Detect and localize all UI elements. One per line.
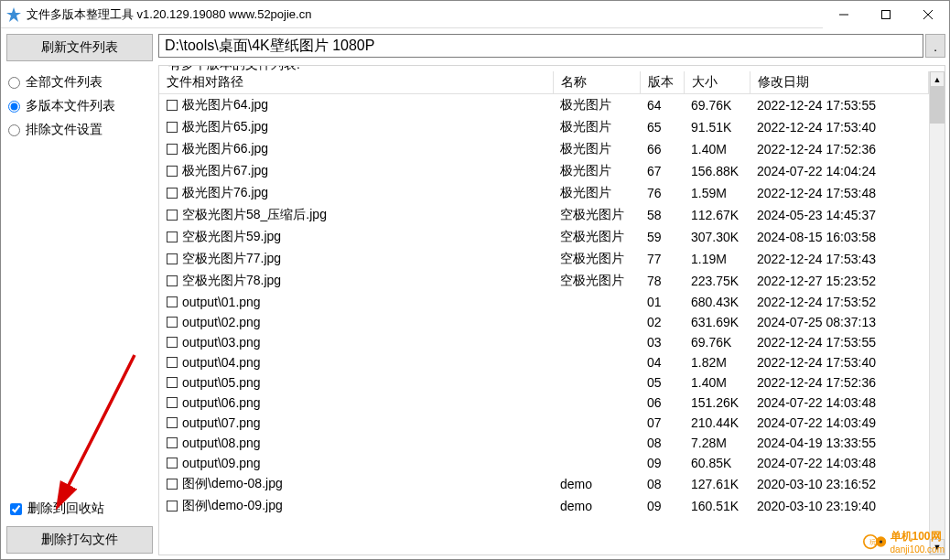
row-checkbox[interactable] [167, 296, 178, 307]
cell-size: 1.40M [684, 372, 750, 393]
cell-version: 08 [640, 433, 684, 453]
cell-path[interactable]: output\03.png [159, 332, 553, 352]
delete-checked-button[interactable]: 删除打勾文件 [6, 526, 153, 554]
browse-button[interactable]: . [925, 34, 945, 58]
table-row[interactable]: output\05.png051.40M2022-12-24 17:52:36 [159, 372, 929, 393]
cell-name [553, 312, 640, 332]
col-size[interactable]: 大小 [684, 71, 750, 94]
refresh-button[interactable]: 刷新文件列表 [6, 34, 153, 61]
table-row[interactable]: 极光图片67.jpg极光图片67156.88K2024-07-22 14:04:… [159, 160, 929, 182]
row-checkbox[interactable] [167, 122, 178, 133]
scroll-down-button[interactable]: ▼ [930, 539, 945, 555]
cell-name: 极光图片 [553, 94, 640, 117]
table-row[interactable]: output\01.png01680.43K2022-12-24 17:53:5… [159, 292, 929, 312]
row-checkbox[interactable] [167, 479, 178, 490]
table-row[interactable]: output\04.png041.82M2022-12-24 17:53:40 [159, 352, 929, 372]
row-checkbox[interactable] [167, 417, 178, 428]
cell-path[interactable]: 空极光图片78.jpg [159, 270, 553, 292]
cell-path[interactable]: 极光图片64.jpg [159, 94, 553, 116]
cell-path[interactable]: 空极光图片59.jpg [159, 226, 553, 248]
recycle-checkbox[interactable] [10, 503, 22, 515]
row-checkbox[interactable] [167, 210, 178, 221]
scroll-up-button[interactable]: ▲ [930, 71, 945, 87]
radio-exclude-settings[interactable]: 排除文件设置 [8, 122, 153, 138]
minimize-button[interactable] [823, 1, 865, 28]
row-checkbox[interactable] [167, 397, 178, 408]
row-checkbox[interactable] [167, 337, 178, 348]
cell-path[interactable]: output\01.png [159, 292, 553, 312]
content-area: 刷新文件列表 全部文件列表 多版本文件列表 排除文件设置 [1, 28, 949, 559]
row-checkbox[interactable] [167, 437, 178, 448]
path-input[interactable] [158, 34, 923, 58]
scroll-track[interactable] [930, 87, 945, 539]
table-row[interactable]: output\08.png087.28M2024-04-19 13:33:55 [159, 433, 929, 453]
row-checkbox[interactable] [167, 144, 178, 155]
table-row[interactable]: 图例\demo-09.jpgdemo09160.51K2020-03-10 23… [159, 495, 929, 517]
cell-path[interactable]: output\05.png [159, 372, 553, 393]
cell-name: demo [553, 473, 640, 495]
row-checkbox[interactable] [167, 232, 178, 242]
radio-all-files[interactable]: 全部文件列表 [8, 74, 153, 91]
col-path[interactable]: 文件相对路径 [159, 71, 553, 94]
table-row[interactable]: 空极光图片58_压缩后.jpg空极光图片58112.67K2024-05-23 … [159, 204, 929, 226]
cell-path[interactable]: 极光图片66.jpg [159, 138, 553, 160]
row-checkbox[interactable] [167, 188, 178, 199]
cell-path[interactable]: 图例\demo-08.jpg [159, 473, 553, 495]
cell-path[interactable]: 空极光图片77.jpg [159, 248, 553, 270]
table-row[interactable]: output\07.png07210.44K2024-07-22 14:03:4… [159, 413, 929, 433]
radio-multi-version[interactable]: 多版本文件列表 [8, 98, 153, 114]
cell-path[interactable]: output\07.png [159, 413, 553, 433]
vertical-scrollbar[interactable]: ▲ ▼ [929, 71, 945, 555]
row-checkbox[interactable] [167, 357, 178, 368]
row-checkbox[interactable] [167, 253, 178, 264]
table-row[interactable]: 图例\demo-08.jpgdemo08127.61K2020-03-10 23… [159, 473, 929, 495]
table-row[interactable]: output\06.png06151.26K2024-07-22 14:03:4… [159, 393, 929, 413]
window-title: 文件多版本整理工具 v1.20.129.19080 www.52pojie.cn [27, 6, 823, 23]
table-row[interactable]: 空极光图片59.jpg空极光图片59307.30K2024-08-15 16:0… [159, 226, 929, 248]
col-name[interactable]: 名称 [553, 71, 640, 94]
table-row[interactable]: 空极光图片78.jpg空极光图片78223.75K2022-12-27 15:2… [159, 270, 929, 292]
radio-all-files-input[interactable] [8, 77, 20, 89]
radio-exclude-settings-input[interactable] [8, 124, 20, 136]
row-checkbox[interactable] [167, 501, 178, 512]
cell-path[interactable]: 空极光图片58_压缩后.jpg [159, 204, 553, 226]
cell-path[interactable]: output\09.png [159, 453, 553, 473]
row-checkbox[interactable] [167, 317, 178, 328]
close-button[interactable] [907, 1, 949, 28]
row-checkbox[interactable] [167, 166, 178, 177]
table-row[interactable]: output\09.png0960.85K2024-07-22 14:03:48 [159, 453, 929, 473]
cell-size: 680.43K [684, 292, 750, 312]
cell-path[interactable]: output\02.png [159, 312, 553, 332]
app-window: 文件多版本整理工具 v1.20.129.19080 www.52pojie.cn… [0, 0, 950, 560]
table-row[interactable]: output\02.png02631.69K2024-07-25 08:37:1… [159, 312, 929, 332]
table-row[interactable]: 极光图片66.jpg极光图片661.40M2022-12-24 17:52:36 [159, 138, 929, 160]
row-checkbox[interactable] [167, 275, 178, 286]
col-version[interactable]: 版本 [640, 71, 684, 94]
cell-path[interactable]: output\04.png [159, 352, 553, 372]
row-checkbox[interactable] [167, 100, 178, 111]
cell-path-text: 极光图片67.jpg [182, 163, 268, 179]
radio-multi-version-input[interactable] [8, 101, 20, 113]
sidebar: 刷新文件列表 全部文件列表 多版本文件列表 排除文件设置 [1, 28, 158, 559]
row-checkbox[interactable] [167, 458, 178, 468]
row-checkbox[interactable] [167, 377, 178, 388]
cell-path[interactable]: 极光图片76.jpg [159, 182, 553, 204]
cell-path-text: output\07.png [182, 415, 261, 430]
table-row[interactable]: 空极光图片77.jpg空极光图片771.19M2022-12-24 17:53:… [159, 248, 929, 270]
cell-modified: 2024-07-22 14:03:48 [750, 453, 929, 473]
table-row[interactable]: output\03.png0369.76K2022-12-24 17:53:55 [159, 332, 929, 352]
cell-path[interactable]: 极光图片67.jpg [159, 160, 553, 182]
file-table-scroll: 文件相对路径 名称 版本 大小 修改日期 极光图片64.jpg极光图片6469.… [159, 71, 929, 555]
maximize-button[interactable] [865, 1, 907, 28]
scroll-thumb[interactable] [930, 87, 945, 124]
recycle-checkbox-row[interactable]: 删除到回收站 [6, 501, 153, 517]
table-row[interactable]: 极光图片76.jpg极光图片761.59M2022-12-24 17:53:48 [159, 182, 929, 204]
cell-path[interactable]: output\08.png [159, 433, 553, 453]
cell-path[interactable]: 图例\demo-09.jpg [159, 495, 553, 517]
cell-version: 67 [640, 160, 684, 182]
table-row[interactable]: 极光图片65.jpg极光图片6591.51K2022-12-24 17:53:4… [159, 116, 929, 138]
table-row[interactable]: 极光图片64.jpg极光图片6469.76K2022-12-24 17:53:5… [159, 94, 929, 117]
cell-path[interactable]: 极光图片65.jpg [159, 116, 553, 138]
col-modified[interactable]: 修改日期 [750, 71, 929, 94]
cell-path[interactable]: output\06.png [159, 393, 553, 413]
